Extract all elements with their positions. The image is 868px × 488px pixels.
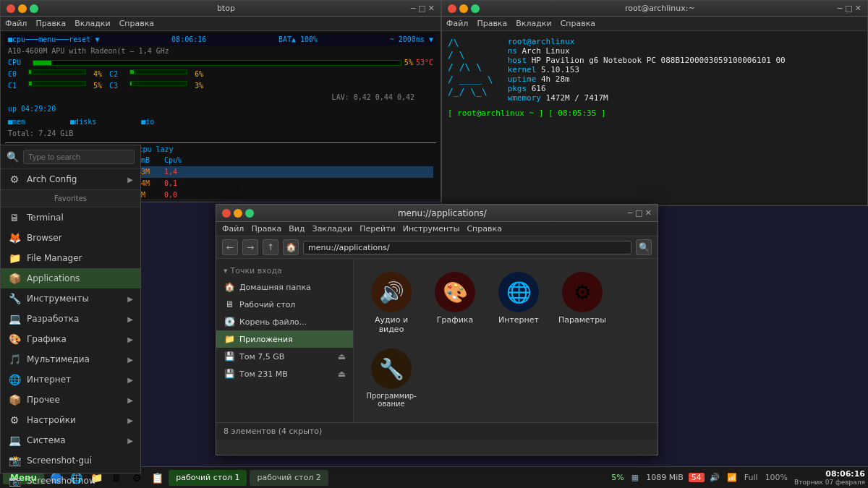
menu-item-filemanager[interactable]: 📁 File Manager	[1, 248, 140, 268]
sidebar-vol2-label: Том 231 MB	[239, 369, 288, 379]
menu-item-graphics[interactable]: 🎨 Графика ▶	[1, 329, 140, 349]
uptime-key: uptime	[508, 74, 537, 84]
taskbar-window-2[interactable]: рабочий стол 2	[250, 470, 328, 486]
refresh-rate: ~ 2000ms ▼	[390, 35, 433, 45]
menu-edit[interactable]: Правка	[35, 19, 66, 28]
menu-tabs[interactable]: Вкладки	[75, 19, 110, 28]
app-menu[interactable]: 🔍 ⚙ Arch Config ▶ Favorites 🖥 Terminal 🦊…	[0, 145, 141, 474]
applications-icon: 📦	[8, 272, 21, 285]
arch-max-btn[interactable]	[471, 4, 480, 13]
menu-item-multimedia[interactable]: 🎵 Мультимедиа ▶	[1, 349, 140, 369]
taskbar-icon-6[interactable]: 📋	[148, 469, 166, 487]
eject-vol2[interactable]: ⏏	[338, 369, 346, 379]
menu-item-other[interactable]: 📦 Прочее ▶	[1, 390, 140, 410]
menu-item-browser[interactable]: 🦊 Browser	[1, 228, 140, 248]
fm-min-btn[interactable]	[234, 209, 242, 218]
btop-time: 08:06:16	[171, 35, 206, 45]
fm-home-btn[interactable]: 🏠	[283, 239, 299, 255]
menu-search-bar[interactable]: 🔍	[1, 145, 140, 169]
lav-info: LAV: 0,42 0,44 0,42	[5, 92, 436, 103]
app-icon-graphics[interactable]: 🎨 Графика	[426, 267, 484, 338]
fm-forward-btn[interactable]: →	[242, 239, 258, 255]
network-icon[interactable]: 📶	[725, 473, 739, 482]
menu-help[interactable]: Справка	[119, 19, 154, 28]
close-btn[interactable]	[7, 4, 15, 13]
search-input[interactable]	[23, 150, 135, 164]
fm-address-bar[interactable]: menu://applications/	[303, 241, 631, 254]
arch-menu: Файл Правка Вкладки Справка	[442, 17, 867, 31]
fm-menu-go[interactable]: Перейти	[359, 224, 396, 234]
arch-menu-file[interactable]: Файл	[446, 19, 468, 28]
memory-value: 1089 MiB	[644, 473, 686, 482]
cpu-section: CPU	[8, 58, 30, 68]
params-icon-circle: ⚙	[562, 272, 603, 312]
io-label: ■io	[141, 117, 154, 127]
menu-item-internet[interactable]: 🌐 Интернет ▶	[1, 369, 140, 390]
browser-label: Browser	[27, 233, 62, 243]
sidebar-desktop[interactable]: 🖥 Рабочий стол	[216, 296, 353, 313]
col-cpu: Cpu%	[164, 155, 190, 166]
volume-icon[interactable]: 🔊	[707, 473, 722, 482]
fm-up-btn[interactable]: ↑	[263, 239, 278, 255]
sidebar-root[interactable]: 💽 Корень файло...	[216, 313, 353, 330]
filemanager-label: File Manager	[27, 253, 82, 263]
zoom-indicator: 100%	[763, 473, 790, 482]
eject-vol1[interactable]: ⏏	[338, 351, 346, 361]
app-icon-params[interactable]: ⚙ Параметры	[553, 267, 611, 338]
arch-menu-edit[interactable]: Правка	[477, 19, 507, 28]
fm-max-btn[interactable]	[245, 209, 254, 218]
max-btn[interactable]	[30, 4, 38, 13]
search-icon: 🔍	[7, 151, 19, 163]
app-icon-programming[interactable]: 🔧 Программир-ование	[362, 344, 420, 412]
cpu-pct: 5%	[404, 58, 413, 68]
audio-icon-circle: 🔊	[371, 272, 412, 312]
menu-file[interactable]: Файл	[5, 19, 27, 28]
fm-main-area: 🔊 Аудио и видео 🎨 Графика 🌐 Интернет	[354, 259, 658, 422]
btop-menu: Файл Правка Вкладки Справка	[1, 17, 441, 31]
fm-menu-help[interactable]: Справка	[467, 224, 501, 234]
menu-item-dev[interactable]: 💻 Разработка ▶	[1, 309, 140, 329]
menu-item-screenshot-now[interactable]: 📷 Screenshot now	[1, 471, 140, 488]
arch-menu-tabs[interactable]: Вкладки	[516, 19, 551, 28]
fm-status-bar: 8 элементов (4 скрыто)	[216, 422, 658, 440]
min-btn[interactable]	[18, 4, 27, 13]
tools-icon: 🔧	[8, 292, 21, 305]
fm-back-btn[interactable]: ←	[222, 239, 238, 255]
sidebar-apps-label: Приложения	[239, 335, 293, 344]
menu-item-screenshot-gui[interactable]: 📸 Screenshot-gui	[1, 450, 140, 471]
arch-close-btn[interactable]	[448, 4, 456, 13]
btop-title: btop	[41, 4, 411, 13]
menu-item-applications[interactable]: 📦 Applications	[1, 268, 140, 288]
menu-item-terminal[interactable]: 🖥 Terminal	[1, 207, 140, 228]
app-icon-internet[interactable]: 🌐 Интернет	[490, 267, 548, 338]
audio-label: Аудио и видео	[367, 315, 416, 334]
bookmarks-header[interactable]: ▾ Точки входа	[216, 263, 353, 278]
fm-menu-view[interactable]: Вид	[289, 224, 305, 234]
menu-item-tools[interactable]: 🔧 Инструменты ▶	[1, 288, 140, 309]
cpu-temp: 53°C	[416, 58, 433, 68]
settings-arrow: ▶	[127, 416, 133, 424]
menu-item-system[interactable]: 💻 Система ▶	[1, 430, 140, 450]
terminal-arch[interactable]: root@archlinux:~ ─ □ ✕ Файл Правка Вклад…	[441, 0, 868, 206]
fm-menu-file[interactable]: Файл	[222, 224, 244, 234]
menu-item-settings[interactable]: ⚙ Настройки ▶	[1, 410, 140, 430]
fm-menu-tools[interactable]: Инструменты	[403, 224, 460, 234]
pkgs-val: 616	[532, 84, 546, 93]
menu-item-arch-config[interactable]: ⚙ Arch Config ▶	[1, 169, 140, 189]
app-icon-audio[interactable]: 🔊 Аудио и видео	[362, 267, 420, 338]
sidebar-applications[interactable]: 📁 Приложения	[216, 330, 353, 348]
file-manager[interactable]: menu://applications/ ─ □ ✕ Файл Правка В…	[216, 204, 658, 455]
taskbar-window-1[interactable]: рабочий стол 1	[169, 470, 247, 486]
host-val: HP Pavilion g6 Notebook PC 088B120000305…	[532, 56, 786, 65]
sidebar-vol1[interactable]: 💾 Том 7,5 GB ⏏	[216, 348, 353, 365]
fm-menu-bookmarks[interactable]: Закладки	[312, 224, 353, 234]
arch-menu-help[interactable]: Справка	[561, 19, 595, 28]
cpu-1: 0,1	[164, 179, 190, 189]
internet-app-label: Интернет	[498, 315, 539, 325]
arch-min-btn[interactable]	[459, 4, 468, 13]
fm-close-btn[interactable]	[222, 209, 231, 218]
sidebar-home[interactable]: 🏠 Домашняя папка	[216, 278, 353, 296]
sidebar-vol2[interactable]: 💾 Том 231 MB ⏏	[216, 365, 353, 382]
fm-menu-edit[interactable]: Правка	[251, 224, 281, 234]
fm-search-btn[interactable]: 🔍	[636, 239, 652, 255]
